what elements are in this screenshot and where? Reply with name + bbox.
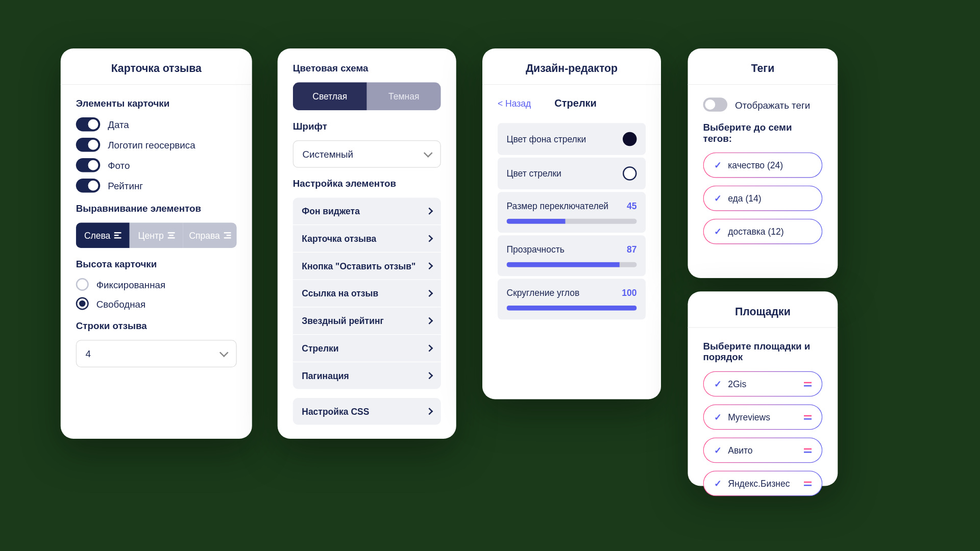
chevron-down-icon — [424, 148, 433, 158]
check-icon: ✓ — [714, 412, 722, 422]
check-icon: ✓ — [714, 445, 722, 456]
nav-label: Звездный рейтинг — [302, 316, 384, 326]
nav-item[interactable]: Кнопка "Оставить отзыв" — [293, 253, 441, 280]
select-value: Системный — [303, 148, 353, 159]
check-icon: ✓ — [714, 193, 722, 204]
tag-chip[interactable]: ✓еда (14) — [703, 186, 823, 211]
slider-fill — [507, 262, 620, 267]
tags-panel: Теги Отображать теги Выберите до семи те… — [688, 48, 838, 278]
toggle-logo[interactable] — [76, 138, 101, 152]
chevron-right-icon — [426, 372, 433, 379]
toggle-label: Дата — [108, 119, 129, 130]
panel-title: Теги — [703, 63, 823, 76]
platform-chip[interactable]: ✓Яндекс.Бизнес — [703, 471, 823, 496]
align-header: Выравнивание элементов — [76, 203, 237, 214]
chip-label: Яндекс.Бизнес — [728, 479, 790, 489]
slider-opacity[interactable] — [507, 262, 637, 267]
drag-handle-icon[interactable] — [804, 415, 812, 419]
toggle-rating[interactable] — [76, 179, 101, 193]
scheme-light-button[interactable]: Светлая — [293, 82, 367, 110]
lines-header: Строки отзыва — [76, 320, 237, 331]
align-center-button[interactable]: Центр — [130, 222, 183, 248]
color-scheme-panel: Цветовая схема Светлая Темная Шрифт Сист… — [278, 48, 456, 439]
slider-fill — [507, 306, 637, 311]
toggle-date[interactable] — [76, 117, 101, 132]
font-header: Шрифт — [293, 120, 441, 131]
nav-item[interactable]: Фон виджета — [293, 198, 441, 226]
platforms-panel: Площадки Выберите площадки и порядок ✓2G… — [688, 291, 838, 486]
nav-list: Фон виджета Карточка отзыва Кнопка "Оста… — [293, 198, 441, 389]
color-swatch-icon — [623, 166, 637, 181]
slider-radius[interactable] — [507, 306, 637, 311]
lines-select[interactable]: 4 — [76, 340, 237, 367]
toggle-row: Рейтинг — [76, 179, 237, 193]
pick-header: Выберите до семи тегов: — [703, 122, 823, 144]
toggle-label: Отображать теги — [735, 99, 810, 110]
height-header: Высота карточки — [76, 258, 237, 269]
divider — [482, 84, 661, 85]
radio-row[interactable]: Фиксированная — [76, 278, 237, 291]
nav-label: Стрелки — [302, 343, 338, 354]
check-icon: ✓ — [714, 479, 722, 489]
drag-handle-icon[interactable] — [804, 382, 812, 386]
toggle-row: Отображать теги — [703, 97, 823, 112]
platform-chip[interactable]: ✓2Gis — [703, 371, 823, 397]
radio-label: Свободная — [96, 298, 145, 309]
tag-chip[interactable]: ✓качество (24) — [703, 153, 823, 178]
nav-label: Пагинация — [302, 370, 349, 381]
radio-fixed[interactable] — [76, 278, 89, 291]
platform-chip[interactable]: ✓Авито — [703, 438, 823, 463]
nav-item[interactable]: Стрелки — [293, 335, 441, 362]
align-label: Слева — [84, 230, 110, 240]
option-arrow-bg[interactable]: Цвет фона стрелки — [498, 123, 646, 155]
scheme-segment: Светлая Темная — [293, 82, 441, 110]
tag-chip[interactable]: ✓доставка (12) — [703, 219, 823, 244]
chevron-right-icon — [426, 290, 433, 297]
option-label: Прозрачность — [507, 244, 565, 255]
toggle-label: Рейтинг — [108, 180, 143, 191]
check-icon: ✓ — [714, 227, 722, 237]
option-value: 87 — [627, 244, 636, 255]
chip-label: качество (24) — [728, 160, 783, 170]
chip-label: Myreviews — [728, 412, 770, 422]
radio-label: Фиксированная — [96, 279, 165, 290]
option-value: 100 — [622, 288, 636, 298]
radio-free[interactable] — [76, 297, 89, 310]
chip-label: еда (14) — [728, 193, 761, 204]
option-radius: Скругление углов100 — [498, 279, 646, 319]
align-center-icon — [167, 232, 175, 239]
toggle-row: Логотип геосервиса — [76, 138, 237, 152]
align-right-button[interactable]: Справа — [183, 222, 237, 248]
nav-item[interactable]: Ссылка на отзыв — [293, 280, 441, 308]
nav-item[interactable]: Пагинация — [293, 362, 441, 389]
nav-header: Настройка элементов — [293, 178, 441, 189]
drag-handle-icon[interactable] — [804, 448, 812, 453]
divider — [61, 84, 252, 85]
slider-size[interactable] — [507, 219, 637, 224]
slider-fill — [507, 219, 566, 224]
toggle-photo[interactable] — [76, 158, 101, 172]
chip-label: доставка (12) — [728, 227, 783, 237]
option-label: Цвет фона стрелки — [507, 134, 586, 144]
panel-title: Площадки — [703, 306, 823, 318]
align-left-icon — [114, 232, 121, 239]
chevron-right-icon — [426, 235, 433, 242]
scheme-dark-button[interactable]: Темная — [367, 82, 441, 110]
toggle-show-tags[interactable] — [703, 97, 728, 112]
nav-item-css[interactable]: Настройка CSS — [293, 398, 441, 425]
option-arrow-color[interactable]: Цвет стрелки — [498, 158, 646, 190]
check-icon: ✓ — [714, 379, 722, 389]
divider — [688, 327, 838, 328]
radio-row[interactable]: Свободная — [76, 297, 237, 310]
nav-label: Фон виджета — [302, 206, 360, 216]
nav-item[interactable]: Карточка отзыва — [293, 225, 441, 253]
nav-label: Кнопка "Оставить отзыв" — [302, 261, 415, 271]
align-left-button[interactable]: Слева — [76, 222, 130, 248]
nav-label: Настройка CSS — [302, 406, 369, 416]
option-size: Размер переключателей45 — [498, 192, 646, 233]
nav-item[interactable]: Звездный рейтинг — [293, 308, 441, 335]
font-select[interactable]: Системный — [293, 140, 441, 168]
chevron-right-icon — [426, 344, 433, 352]
drag-handle-icon[interactable] — [804, 481, 812, 486]
platform-chip[interactable]: ✓Myreviews — [703, 405, 823, 430]
